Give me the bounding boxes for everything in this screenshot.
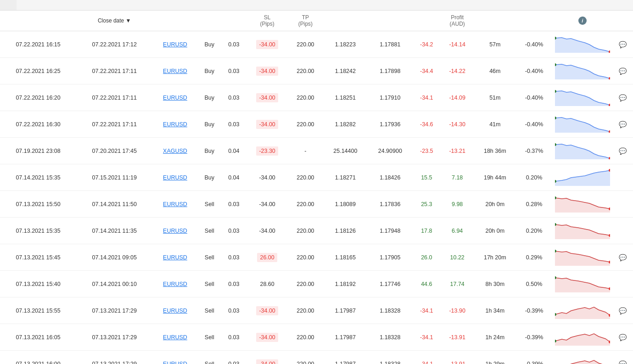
symbol-link[interactable]: EURUSD xyxy=(163,95,187,101)
comment-icon[interactable]: 💬 xyxy=(619,94,627,101)
symbol-link[interactable]: EURUSD xyxy=(163,201,187,207)
trading-table: Close date ▼ SL(Pips) TP(Pips) Profit(AU… xyxy=(0,11,633,364)
col-pips xyxy=(413,11,441,31)
table-row: 07.13.2021 16:0507.13.2021 17:29EURUSDSe… xyxy=(0,324,633,351)
table-row: 07.13.2021 15:3507.14.2021 11:35EURUSDSe… xyxy=(0,218,633,244)
pips-value: -34.2 xyxy=(413,31,441,58)
gain-value: -0.39% xyxy=(516,351,552,364)
svg-point-3 xyxy=(609,77,610,79)
profit-value: -14.09 xyxy=(441,84,474,111)
table-row: 07.19.2021 23:0807.20.2021 17:45XAGUSDBu… xyxy=(0,138,633,164)
sl-value: -34.00 xyxy=(256,40,278,49)
gain-value: -0.40% xyxy=(516,111,552,138)
col-close-price xyxy=(368,11,412,31)
comment-cell: 💬 xyxy=(613,324,633,351)
sparkline-cell xyxy=(552,191,613,218)
pips-value: -34.1 xyxy=(413,297,441,324)
pips-value: -34.1 xyxy=(413,84,441,111)
sparkline-cell xyxy=(552,111,613,138)
gain-value: -0.40% xyxy=(516,31,552,58)
tab-bar xyxy=(0,0,633,11)
comment-icon[interactable]: 💬 xyxy=(619,41,627,48)
pips-value: 44.6 xyxy=(413,271,441,297)
comment-icon[interactable]: 💬 xyxy=(619,121,627,128)
comment-cell xyxy=(613,218,633,244)
symbol-link[interactable]: EURUSD xyxy=(163,174,187,181)
symbol-link[interactable]: EURUSD xyxy=(163,308,187,314)
sparkline-cell xyxy=(552,58,613,84)
comment-icon[interactable]: 💬 xyxy=(619,334,627,341)
comment-icon[interactable]: 💬 xyxy=(619,360,627,364)
col-tp: TP(Pips) xyxy=(288,11,323,31)
sl-value: -34.00 xyxy=(256,120,278,129)
gain-value: -0.37% xyxy=(516,138,552,164)
sparkline-cell xyxy=(552,351,613,364)
profit-value: -13.90 xyxy=(441,297,474,324)
tab-history[interactable] xyxy=(50,0,66,10)
table-row: 07.22.2021 16:2007.22.2021 17:11EURUSDBu… xyxy=(0,84,633,111)
sparkline-cell xyxy=(552,138,613,164)
table-row: 07.13.2021 15:5507.13.2021 17:29EURUSDSe… xyxy=(0,297,633,324)
comment-icon[interactable]: 💬 xyxy=(619,307,627,314)
profit-value: -13.91 xyxy=(441,324,474,351)
symbol-link[interactable]: XAGUSD xyxy=(163,148,187,154)
profit-value: -13.91 xyxy=(441,351,474,364)
symbol-link[interactable]: EURUSD xyxy=(163,121,187,128)
col-chart: i xyxy=(552,11,613,31)
col-gain xyxy=(516,11,552,31)
col-sl: SL(Pips) xyxy=(246,11,288,31)
sparkline-cell xyxy=(552,31,613,58)
pips-value: 26.0 xyxy=(413,244,441,271)
comment-icon[interactable]: 💬 xyxy=(619,254,627,261)
col-comment xyxy=(613,11,633,31)
symbol-link[interactable]: EURUSD xyxy=(163,41,187,48)
comment-cell xyxy=(613,164,633,191)
pips-value: -34.6 xyxy=(413,111,441,138)
gain-value: 0.20% xyxy=(516,164,552,191)
symbol-link[interactable]: EURUSD xyxy=(163,254,187,261)
profit-value: -14.14 xyxy=(441,31,474,58)
pips-value: -23.5 xyxy=(413,138,441,164)
sl-value: -34.00 xyxy=(256,333,278,342)
sl-value: -34.00 xyxy=(256,306,278,315)
gain-value: 0.50% xyxy=(516,271,552,297)
pips-value: -34.4 xyxy=(413,58,441,84)
symbol-link[interactable]: EURUSD xyxy=(163,228,187,234)
tab-trading-activity[interactable] xyxy=(0,0,17,10)
sl-value: -34.00 xyxy=(256,67,278,76)
sparkline-cell xyxy=(552,297,613,324)
svg-point-7 xyxy=(609,130,610,133)
symbol-link[interactable]: EURUSD xyxy=(163,281,187,287)
profit-value: -13.21 xyxy=(441,138,474,164)
symbol-link[interactable]: EURUSD xyxy=(163,334,187,341)
col-close-date[interactable]: Close date ▼ xyxy=(76,11,152,31)
sparkline-cell xyxy=(552,271,613,297)
table-row: 07.13.2021 15:5007.14.2021 11:50EURUSDSe… xyxy=(0,191,633,218)
symbol-link[interactable]: EURUSD xyxy=(163,361,187,364)
col-open-date xyxy=(0,11,76,31)
trading-table-container: Close date ▼ SL(Pips) TP(Pips) Profit(AU… xyxy=(0,11,633,364)
more-options-button[interactable] xyxy=(620,0,633,10)
tab-open-trades[interactable] xyxy=(17,0,33,10)
info-icon[interactable]: i xyxy=(578,17,587,25)
sl-value: 26.00 xyxy=(257,253,277,262)
svg-point-5 xyxy=(609,104,610,106)
pips-value: -34.1 xyxy=(413,324,441,351)
comment-cell: 💬 xyxy=(613,84,633,111)
symbol-link[interactable]: EURUSD xyxy=(163,68,187,74)
tab-open-orders[interactable] xyxy=(33,0,50,10)
sparkline-cell xyxy=(552,324,613,351)
gain-value: -0.40% xyxy=(516,58,552,84)
table-row: 07.14.2021 15:3507.15.2021 11:19EURUSDBu… xyxy=(0,164,633,191)
gain-value: -0.40% xyxy=(516,84,552,111)
comment-icon[interactable]: 💬 xyxy=(619,147,627,155)
svg-point-1 xyxy=(609,50,610,53)
table-row: 07.13.2021 16:0007.13.2021 17:29EURUSDSe… xyxy=(0,351,633,364)
col-lots xyxy=(221,11,246,31)
pips-value: 25.3 xyxy=(413,191,441,218)
tab-exposure[interactable] xyxy=(66,0,83,10)
comment-cell: 💬 xyxy=(613,31,633,58)
sparkline-cell xyxy=(552,84,613,111)
comment-icon[interactable]: 💬 xyxy=(619,67,627,75)
gain-value: -0.39% xyxy=(516,297,552,324)
